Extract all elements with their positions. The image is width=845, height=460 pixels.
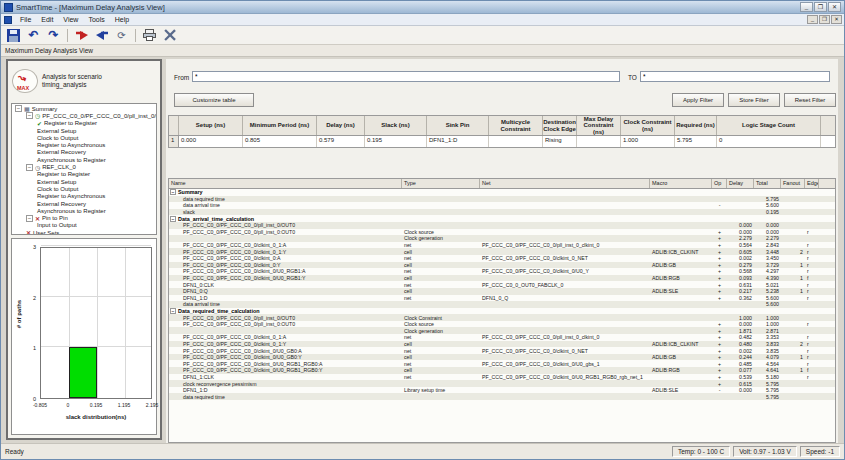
customize-table-button[interactable]: Customize table [174,93,254,107]
group-expander-icon[interactable]: − [170,308,176,314]
tree-item-external-setup[interactable]: External Setup [12,127,156,134]
detail-col-name[interactable]: Name [169,179,402,188]
tree-item-user-sets[interactable]: ✕User Sets [12,229,156,235]
save-icon[interactable] [5,28,22,43]
tree-item-pf-ccc-c0-0-pf-ccc-c0-0-pll-in[interactable]: −◷PF_CCC_C0_0/PF_CCC_C0_0/pll_inst_0/OU.… [12,112,156,119]
detail-row[interactable]: DFN1_0:QcellADLIB:SLE+0.2175.2381r [169,288,835,295]
detail-row[interactable]: DFN1_1:DLibrary setup timeADLIB:SLE-0.00… [169,387,835,394]
tree-item-clock-to-output[interactable]: Clock to Output [12,134,156,141]
minimum-delay-analysis-icon[interactable] [93,28,110,43]
detail-row[interactable]: data arrival time5.600 [169,301,835,308]
store-filter-button[interactable]: Store Filter [728,93,780,107]
detail-row[interactable]: Clock generation+1.8712.871 [169,327,835,334]
detail-group-row[interactable]: −Data_arrival_time_calculation [169,215,835,222]
detail-row[interactable]: DFN1_0:CLKnetPF_CCC_C0_0_OUT0_FABCLK_0+0… [169,281,835,288]
detail-group-row[interactable]: −Data_required_time_calculation [169,308,835,315]
group-expander-icon[interactable]: − [170,189,176,195]
menu-view[interactable]: View [58,15,83,24]
detail-row[interactable]: PF_CCC_C0_0/PF_CCC_C0_0/clkint_0:YcellAD… [169,262,835,269]
detail-row[interactable]: clock reconvergence pessimism+0.6155.795 [169,380,835,387]
detail-row[interactable]: slack0.195 [169,209,835,216]
summary-col-logic-stage-count[interactable]: Logic Stage Count [717,116,821,135]
menu-file[interactable]: File [15,15,36,24]
restore-button[interactable]: ❐ [814,2,827,12]
detail-row[interactable]: data required time5.795 [169,393,835,400]
detail-row[interactable]: PF_CCC_C0_0/PF_CCC_C0_0/clkint_0_1:AnetP… [169,334,835,341]
detail-row[interactable]: PF_CCC_C0_0/PF_CCC_C0_0/clkint_0_1:Ycell… [169,341,835,348]
summary-col-slack-ns-[interactable]: Slack (ns) [365,116,427,135]
detail-row[interactable]: data required time5.795 [169,196,835,203]
apply-filter-button[interactable]: Apply Filter [672,93,724,107]
tree-item-summary[interactable]: −▦Summary [12,105,156,112]
summary-col-delay-ns-[interactable]: Delay (ns) [317,116,365,135]
tree-item-external-recovery[interactable]: External Recovery [12,149,156,156]
detail-row[interactable]: PF_CCC_C0_0/PF_CCC_C0_0/clkint_0/U0_RGB1… [169,367,835,374]
child-close-button[interactable]: ✕ [831,15,842,24]
from-filter-input[interactable] [192,71,620,82]
detail-row[interactable]: PF_CCC_C0_0/PF_CCC_C0_0/clkint_0/U0_GB0:… [169,347,835,354]
summary-col-required-ns-[interactable]: Required (ns) [675,116,717,135]
detail-row[interactable]: PF_CCC_C0_0/PF_CCC_C0_0/clkint_0:AnetPF_… [169,255,835,262]
detail-col-type[interactable]: Type [402,179,480,188]
summary-col-max-delay-constraint-ns-[interactable]: Max Delay Constraint (ns) [577,116,621,135]
tree-item-input-to-output[interactable]: Input to Output [12,222,156,229]
menu-edit[interactable]: Edit [36,15,58,24]
tree-item-asynchronous-to-register[interactable]: Asynchronous to Register [12,156,156,163]
maximum-delay-analysis-icon[interactable] [73,28,90,43]
tree-item-asynchronous-to-register[interactable]: Asynchronous to Register [12,207,156,214]
tree-item-ref-clk-0[interactable]: −◷REF_CLK_0 [12,163,156,170]
tree-item-register-to-register[interactable]: ✔Register to Register [12,120,156,127]
detail-col-fanout[interactable]: Fanout [781,179,805,188]
tree-expander-icon[interactable]: − [26,112,33,119]
detail-col-delay[interactable]: Delay [727,179,754,188]
summary-row[interactable]: 10.0000.8050.5790.195DFN1_1:DRising1.000… [169,136,835,147]
tree-item-pin-to-pin[interactable]: −✕Pin to Pin [12,214,156,221]
tree-item-clock-to-output[interactable]: Clock to Output [12,185,156,192]
summary-col-minimum-period-ns-[interactable]: Minimum Period (ns) [243,116,317,135]
detail-row[interactable]: PF_CCC_C0_0/PF_CCC_C0_0/pll_inst_0/OUT0C… [169,314,835,321]
detail-row[interactable]: PF_CCC_C0_0/PF_CCC_C0_0/pll_inst_0:OUT0C… [169,321,835,328]
summary-col-sink-pin[interactable]: Sink Pin [427,116,489,135]
detail-row[interactable]: DFN1_1:CLKnetPF_CCC_C0_0/PF_CCC_C0_0/clk… [169,374,835,381]
detail-row[interactable]: DFN1_1:DnetDFN1_0_Q+0.3625.600r [169,295,835,302]
tree-item-register-to-asynchronous[interactable]: Register to Asynchronous [12,193,156,200]
summary-col-multicycle-constraint[interactable]: Multicycle Constraint [489,116,543,135]
detail-col-net[interactable]: Net [480,179,650,188]
detail-row[interactable]: PF_CCC_C0_0/PF_CCC_C0_0/clkint_0/U0_RGB1… [169,268,835,275]
detail-group-row[interactable]: −Summary [169,189,835,196]
menu-help[interactable]: Help [110,15,134,24]
summary-col-clock-constraint-ns-[interactable]: Clock Constraint (ns) [621,116,675,135]
group-expander-icon[interactable]: − [170,216,176,222]
detail-row[interactable]: PF_CCC_C0_0/PF_CCC_C0_0/pll_inst_0:OUT0C… [169,229,835,236]
detail-col-edge[interactable]: Edge [805,179,819,188]
tree-expander-icon[interactable]: − [26,215,33,222]
detail-row[interactable]: PF_CCC_C0_0/PF_CCC_C0_0/clkint_0_1:AnetP… [169,242,835,249]
tree-item-register-to-asynchronous[interactable]: Register to Asynchronous [12,141,156,148]
detail-row[interactable]: PF_CCC_C0_0/PF_CCC_C0_0/clkint_0_1:Ycell… [169,248,835,255]
reset-filter-button[interactable]: Reset Filter [784,93,836,107]
options-icon[interactable] [161,28,178,43]
to-filter-input[interactable] [640,71,830,82]
child-minimize-button[interactable]: _ [807,15,818,24]
detail-col-op[interactable]: Op [712,179,727,188]
summary-col-setup-ns-[interactable]: Setup (ns) [179,116,243,135]
tree-item-external-setup[interactable]: External Setup [12,178,156,185]
minimize-button[interactable]: _ [800,2,813,12]
tree-expander-icon[interactable]: − [15,105,22,112]
child-restore-button[interactable]: ❐ [819,15,830,24]
detail-row[interactable]: PF_CCC_C0_0/PF_CCC_C0_0/clkint_0/U0_RGB1… [169,360,835,367]
tree-item-register-to-register[interactable]: Register to Register [12,171,156,178]
recalculate-all-icon[interactable]: ⟳ [113,28,130,43]
summary-col-destination-clock-edge[interactable]: Destination Clock Edge [543,116,577,135]
undo-icon[interactable]: ↶ [25,28,42,43]
detail-row[interactable]: data arrival time-5.600 [169,202,835,209]
tree-expander-icon[interactable]: − [26,164,33,171]
detail-row[interactable]: PF_CCC_C0_0/PF_CCC_C0_0/clkint_0/U0_GB0:… [169,354,835,361]
redo-icon[interactable]: ↷ [45,28,62,43]
summary-col-row-number[interactable] [169,116,179,135]
detail-row[interactable]: PF_CCC_C0_0/PF_CCC_C0_0/pll_inst_0/OUT00… [169,222,835,229]
close-button[interactable]: ✕ [828,2,841,12]
print-icon[interactable] [141,28,158,43]
detail-row[interactable]: PF_CCC_C0_0/PF_CCC_C0_0/clkint_0/U0_RGB1… [169,275,835,282]
detail-row[interactable]: Clock generation+2.2792.279 [169,235,835,242]
